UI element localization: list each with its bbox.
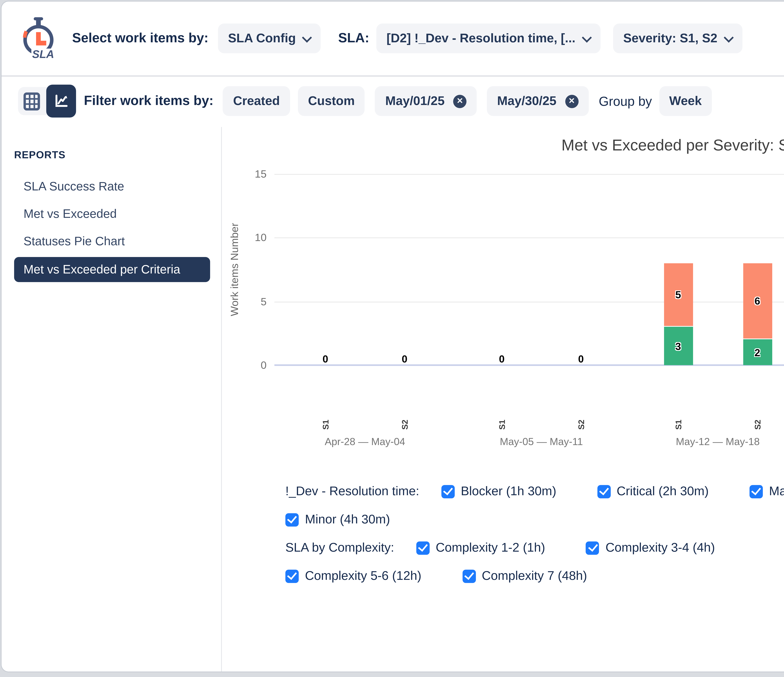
x-category-label-s2: S2 xyxy=(576,420,586,430)
x-category-label-s2: S2 xyxy=(753,420,762,430)
bar-value-zero: 0 xyxy=(402,353,408,365)
y-tick-label: 15 xyxy=(238,168,266,180)
bar-value-met: 2 xyxy=(754,346,760,358)
checkbox-option[interactable]: Complexity 5-6 (12h) xyxy=(285,566,422,586)
x-week-label: May-12 — May-18 xyxy=(676,436,760,447)
checkbox-option[interactable]: Minor (4h 30m) xyxy=(285,509,390,530)
checkbox-checked-icon[interactable] xyxy=(416,541,429,554)
gridline-5 xyxy=(274,301,784,302)
x-category-label-s1: S1 xyxy=(320,420,330,430)
bar-value-zero: 0 xyxy=(322,353,328,365)
checkbox-label: Major (3h 30m) xyxy=(769,484,784,498)
bar-value-exceeded: 5 xyxy=(675,289,681,300)
checkbox-checked-icon[interactable] xyxy=(441,485,454,498)
checkbox-checked-icon[interactable] xyxy=(586,541,599,554)
stage: SLA Select work items by: SLA Config SLA… xyxy=(0,0,784,677)
checkbox-label: Blocker (1h 30m) xyxy=(461,484,556,498)
filter-group-1: !_Dev - Resolution time:Blocker (1h 30m)… xyxy=(285,481,784,530)
checkbox-label: Minor (4h 30m) xyxy=(305,512,390,526)
x-week-label: Apr-28 — May-04 xyxy=(325,436,405,447)
checkbox-option[interactable]: Critical (2h 30m) xyxy=(597,481,709,502)
checkbox-label: Complexity 3-4 (4h) xyxy=(605,541,715,555)
checkbox-option[interactable]: Complexity 1-2 (1h) xyxy=(416,537,545,558)
y-tick-label: 0 xyxy=(238,359,266,371)
checkbox-checked-icon[interactable] xyxy=(462,569,476,583)
gridline-10 xyxy=(274,238,784,239)
checkbox-option[interactable]: Complexity 7 (48h) xyxy=(462,566,587,586)
checkbox-checked-icon[interactable] xyxy=(750,485,763,498)
bar-value-zero: 0 xyxy=(499,353,505,365)
checkbox-checked-icon[interactable] xyxy=(597,485,610,498)
checkbox-checked-icon[interactable] xyxy=(285,569,299,583)
gridline-0 xyxy=(274,364,784,366)
bar-value-met: 3 xyxy=(675,340,681,352)
checkbox-checked-icon[interactable] xyxy=(285,513,299,526)
y-tick-label: 5 xyxy=(238,295,266,307)
bar-value-exceeded: 6 xyxy=(754,295,760,307)
checkbox-option[interactable]: Complexity 3-4 (4h) xyxy=(586,537,715,558)
gridline-15 xyxy=(274,174,784,175)
x-category-label-s2: S2 xyxy=(400,420,409,430)
checkbox-option[interactable]: Major (3h 30m) xyxy=(750,481,784,502)
checkbox-label: Complexity 5-6 (12h) xyxy=(305,569,422,583)
checkbox-label: Critical (2h 30m) xyxy=(617,484,709,498)
y-tick-label: 10 xyxy=(238,232,266,244)
app-window: SLA Select work items by: SLA Config SLA… xyxy=(1,1,784,672)
sla-filters: !_Dev - Resolution time:Blocker (1h 30m)… xyxy=(285,481,784,586)
filter-group-label: SLA by Complexity: xyxy=(285,541,394,555)
filter-group-label: !_Dev - Resolution time: xyxy=(285,484,419,498)
checkbox-label: Complexity 1-2 (1h) xyxy=(436,541,545,555)
x-category-label-s1: S1 xyxy=(497,420,507,430)
checkbox-option[interactable]: Blocker (1h 30m) xyxy=(441,481,556,502)
filter-group-2: SLA by Complexity:Complexity 1-2 (1h)Com… xyxy=(285,537,784,586)
x-category-label-s1: S1 xyxy=(674,420,683,430)
checkbox-label: Complexity 7 (48h) xyxy=(482,569,587,583)
x-week-label: May-05 — May-11 xyxy=(500,436,583,447)
bar-value-zero: 0 xyxy=(578,353,584,365)
